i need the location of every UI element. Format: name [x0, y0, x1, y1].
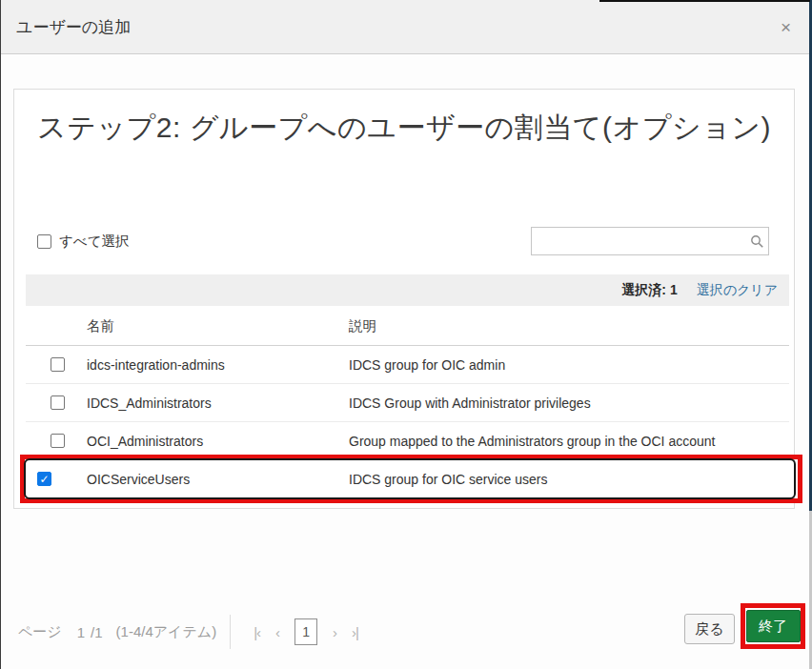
next-page-icon[interactable]: ›: [333, 624, 336, 640]
row-checkbox[interactable]: [51, 357, 65, 372]
group-description: IDCS group for OIC admin: [349, 357, 505, 373]
pagination-bar: ページ 1 /1 (1-4/4アイテム) |‹ ‹ 1 › ›|: [18, 615, 366, 649]
close-icon[interactable]: ×: [777, 16, 795, 38]
total-pages: /1: [91, 624, 103, 640]
annotation-highlight-box-finish: 終了: [741, 603, 805, 649]
table-row[interactable]: IDCS_Administrators IDCS Group with Admi…: [26, 384, 789, 422]
check-icon: ✓: [39, 474, 49, 485]
page-label: ページ: [18, 623, 62, 641]
group-description: Group mapped to the Administrators group…: [349, 434, 715, 449]
selected-count: 選択済: 1: [621, 282, 677, 299]
finish-button[interactable]: 終了: [746, 610, 801, 642]
current-page: 1: [77, 624, 85, 640]
table-row[interactable]: idcs-integration-admins IDCS group for O…: [26, 346, 789, 384]
column-header-name: 名前: [87, 317, 114, 335]
step-heading: ステップ2: グループへのユーザーの割当て(オプション): [37, 101, 773, 154]
row-checkbox[interactable]: [51, 395, 65, 410]
items-range: (1-4/4アイテム): [116, 623, 217, 641]
dialog-title: ユーザーの追加: [16, 16, 131, 38]
prev-page-icon[interactable]: ‹: [275, 624, 279, 640]
group-name: idcs-integration-admins: [87, 357, 225, 373]
pagination-divider: [230, 615, 231, 649]
dialog-titlebar: ユーザーの追加 ×: [1, 0, 810, 54]
background-page-top-strip: [599, 0, 810, 2]
step-card: ステップ2: グループへのユーザーの割当て(オプション) すべて選択 選択済: …: [13, 89, 795, 509]
selection-status-bar: 選択済: 1 選択のクリア: [26, 274, 789, 306]
select-all-control[interactable]: すべて選択: [37, 233, 130, 251]
group-description: IDCS Group with Administrator privileges: [349, 395, 591, 411]
back-button[interactable]: 戻る: [684, 614, 735, 644]
group-description: IDCS group for OIC service users: [349, 472, 548, 487]
group-name: OCI_Administrators: [87, 434, 203, 449]
column-header-description: 説明: [349, 317, 376, 335]
last-page-icon[interactable]: ›|: [352, 624, 358, 640]
table-header: 名前 説明: [26, 306, 789, 346]
table-row-selected[interactable]: ✓ OICServiceUsers IDCS group for OIC ser…: [24, 458, 796, 499]
select-all-checkbox[interactable]: [37, 234, 51, 249]
clear-selection-link[interactable]: 選択のクリア: [697, 282, 778, 299]
row-checkbox-checked[interactable]: ✓: [37, 472, 51, 486]
group-name: IDCS_Administrators: [87, 395, 212, 411]
select-all-label: すべて選択: [59, 233, 130, 251]
row-checkbox[interactable]: [51, 434, 65, 448]
search-box: [531, 227, 769, 255]
first-page-icon[interactable]: |‹: [254, 624, 260, 640]
search-input[interactable]: [532, 228, 745, 254]
page-number-box[interactable]: 1: [294, 618, 317, 645]
group-name: OICServiceUsers: [87, 472, 190, 487]
search-icon[interactable]: [745, 234, 768, 249]
add-user-dialog: ユーザーの追加 × ステップ2: グループへのユーザーの割当て(オプション) す…: [0, 0, 812, 669]
